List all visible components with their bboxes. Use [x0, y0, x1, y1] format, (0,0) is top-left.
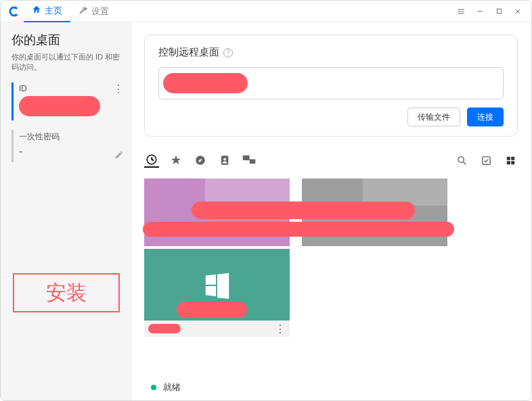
svg-rect-11	[506, 161, 510, 164]
install-button[interactable]: 安装	[13, 273, 120, 312]
select-icon[interactable]	[479, 153, 493, 168]
svg-point-4	[223, 158, 226, 161]
thumb-redaction-2	[143, 222, 454, 237]
svg-rect-8	[482, 156, 489, 164]
thumb-redaction-1	[192, 202, 415, 219]
status-dot-icon	[151, 385, 156, 390]
tab-settings[interactable]: 设置	[70, 1, 117, 22]
address-book-icon[interactable]	[217, 153, 232, 168]
svg-rect-10	[511, 156, 514, 160]
id-redacted	[19, 96, 100, 116]
search-icon[interactable]	[454, 153, 469, 168]
connect-button[interactable]: 连接	[467, 108, 504, 126]
content: 控制远程桌面 ? 传输文件 连接	[132, 22, 531, 401]
tab-settings-label: 设置	[91, 5, 109, 18]
svg-rect-12	[511, 161, 514, 164]
minimize-button[interactable]	[470, 2, 489, 21]
thumb3-name-redacted	[148, 324, 181, 333]
app-logo-icon	[7, 5, 21, 18]
discover-icon[interactable]	[193, 153, 208, 168]
tab-home[interactable]: 主页	[24, 1, 70, 22]
svg-point-7	[458, 156, 464, 162]
home-icon	[32, 5, 41, 16]
status-text: 就绪	[163, 381, 181, 394]
svg-rect-9	[506, 156, 510, 160]
id-label: ID	[19, 84, 124, 93]
favorite-icon[interactable]	[169, 153, 183, 168]
session-toolbar	[144, 153, 518, 168]
status-row: 就绪	[151, 381, 181, 394]
pw-label: 一次性密码	[19, 131, 124, 143]
pw-value: -	[19, 145, 124, 158]
svg-rect-6	[250, 160, 256, 164]
sidebar-title: 你的桌面	[12, 32, 124, 48]
menu-icon[interactable]	[451, 2, 470, 21]
grid-view-icon[interactable]	[503, 153, 518, 168]
help-icon[interactable]: ?	[223, 48, 233, 57]
sidebar-id-block: ID ⋮	[12, 82, 124, 120]
transfer-file-button[interactable]: 传输文件	[407, 108, 460, 126]
thumb3-redaction	[177, 302, 247, 318]
thumb3-more-icon[interactable]: ⋮	[275, 323, 286, 335]
sidebar-desc: 你的桌面可以通过下面的 ID 和密码访问。	[12, 52, 124, 73]
windows-logo-icon	[202, 269, 233, 300]
sidebar: 你的桌面 你的桌面可以通过下面的 ID 和密码访问。 ID ⋮ 一次性密码 - …	[1, 22, 132, 401]
maximize-button[interactable]	[489, 2, 508, 21]
wrench-icon	[79, 5, 88, 17]
remote-id-redacted	[163, 73, 248, 93]
lan-icon[interactable]	[242, 153, 257, 168]
pw-edit-icon[interactable]	[114, 150, 124, 162]
tab-home-label: 主页	[45, 5, 62, 17]
svg-rect-5	[243, 156, 250, 160]
close-button[interactable]	[508, 2, 527, 21]
remote-title: 控制远程桌面 ?	[158, 46, 504, 59]
remote-card: 控制远程桌面 ? 传输文件 连接	[144, 34, 518, 137]
sidebar-pw-block: 一次性密码 -	[12, 130, 124, 162]
id-more-icon[interactable]: ⋮	[113, 82, 124, 95]
recent-icon[interactable]	[144, 153, 159, 168]
svg-rect-0	[497, 9, 501, 13]
remote-id-input[interactable]	[158, 67, 504, 99]
session-thumb-3[interactable]: ⋮	[144, 249, 290, 337]
